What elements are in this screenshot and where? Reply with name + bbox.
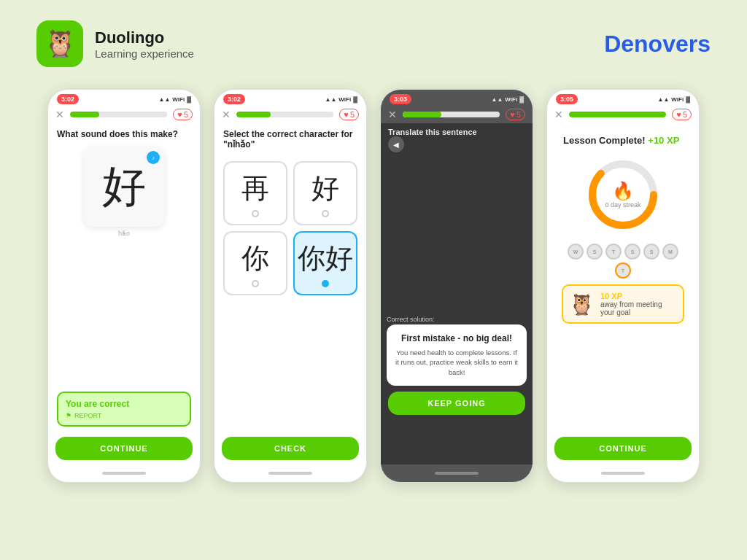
battery-icon: ▓ bbox=[187, 96, 191, 103]
badge-T2: T bbox=[615, 262, 631, 279]
report-row: ⚑ REPORT bbox=[66, 412, 182, 419]
status-icons-4: ▲▲ WiFi ▓ bbox=[658, 96, 691, 103]
phone-1: 3:02 ▲▲ WiFi ▓ ✕ ♥ 5 What sound does thi… bbox=[47, 89, 201, 483]
lesson-complete-text: Lesson Complete! bbox=[563, 135, 648, 146]
heart-icon-2: ♥ bbox=[344, 110, 349, 119]
char-option-1[interactable]: 好 bbox=[293, 161, 357, 225]
phone4-content: Lesson Complete! +10 XP 🔥 0 day streak W bbox=[547, 123, 699, 432]
xp-badges-row: W S T S S M T bbox=[556, 241, 690, 281]
phone2-content: Select the correct character for "nǐhǎo"… bbox=[214, 123, 366, 432]
wifi-icon-2: WiFi bbox=[338, 96, 351, 103]
progress-row-4: ✕ ♥ 5 bbox=[547, 106, 699, 123]
phone1-content: What sound does this make? 好 ♪ hǎo You a… bbox=[48, 123, 200, 432]
xp-gained: +10 XP bbox=[648, 135, 679, 146]
flame-icon: 🔥 bbox=[605, 181, 640, 201]
back-button-3[interactable]: ◀ bbox=[388, 136, 404, 152]
close-button-2[interactable]: ✕ bbox=[222, 109, 231, 120]
streak-count: 0 day streak bbox=[605, 201, 640, 209]
option-dot-1 bbox=[322, 210, 329, 217]
progress-row-2: ✕ ♥ 5 bbox=[214, 106, 366, 123]
brand-name: Denovers bbox=[604, 31, 711, 58]
correct-title: You are correct bbox=[66, 399, 182, 409]
char-option-3[interactable]: 你好 bbox=[293, 231, 357, 295]
badge-S2: S bbox=[624, 244, 640, 260]
heart-count-3: 5 bbox=[516, 110, 521, 119]
badge-W: W bbox=[568, 244, 584, 260]
streak-donut: 🔥 0 day streak bbox=[583, 155, 663, 235]
correct-banner: You are correct ⚑ REPORT bbox=[57, 392, 191, 427]
report-label: REPORT bbox=[74, 412, 101, 419]
mistake-popup: First mistake - no big deal! You need he… bbox=[387, 324, 527, 386]
goal-info: 10 XP away from meeting your goal bbox=[600, 292, 677, 316]
progress-track-4 bbox=[569, 112, 666, 117]
phone1-pinyin: hǎo bbox=[57, 230, 191, 237]
char-3: 你好 bbox=[298, 240, 353, 277]
keep-going-button[interactable]: KEEP GOING bbox=[388, 392, 525, 415]
continue-button-1[interactable]: CONTINUE bbox=[55, 437, 193, 460]
correct-solution-label: Correct solution: bbox=[381, 311, 533, 324]
char-0: 再 bbox=[241, 170, 269, 207]
phone1-question: What sound does this make? bbox=[57, 129, 191, 139]
badge-T: T bbox=[605, 244, 622, 260]
progress-row-3: ✕ ♥ 5 bbox=[381, 106, 533, 123]
battery-icon-2: ▓ bbox=[353, 96, 357, 103]
char-option-0[interactable]: 再 bbox=[223, 161, 287, 225]
check-button[interactable]: CHECK bbox=[222, 437, 359, 460]
lesson-complete-title: Lesson Complete! +10 XP bbox=[556, 129, 690, 149]
signal-icon-2: ▲▲ bbox=[325, 96, 337, 103]
status-icons-1: ▲▲ WiFi ▓ bbox=[159, 96, 192, 103]
progress-fill-3 bbox=[403, 112, 441, 117]
heart-badge-3: ♥ 5 bbox=[506, 109, 525, 120]
status-bar-2: 3:02 ▲▲ WiFi ▓ bbox=[214, 90, 366, 106]
status-bar-3: 3:03 ▲▲ WiFi ▓ bbox=[381, 90, 533, 106]
home-indicator-4 bbox=[601, 472, 645, 475]
progress-track-2 bbox=[236, 112, 333, 117]
progress-fill-4 bbox=[569, 112, 666, 117]
char-2: 你 bbox=[241, 240, 269, 277]
header-left: 🦉 Duolingo Learning experience bbox=[36, 20, 194, 67]
battery-icon-3: ▓ bbox=[519, 96, 524, 103]
phone-3: 3:03 ▲▲ WiFi ▓ ✕ ♥ 5 Translate this sent… bbox=[380, 89, 533, 483]
status-time-3: 3:03 bbox=[390, 94, 411, 104]
home-indicator-1 bbox=[102, 472, 146, 475]
phone3-bottom bbox=[381, 464, 533, 482]
heart-icon-4: ♥ bbox=[676, 110, 681, 119]
heart-badge-4: ♥ 5 bbox=[672, 109, 692, 120]
status-icons-3: ▲▲ WiFi ▓ bbox=[492, 96, 525, 103]
goal-text: away from meeting your goal bbox=[600, 300, 677, 316]
progress-track-1 bbox=[70, 112, 167, 117]
char-option-2[interactable]: 你 bbox=[223, 231, 287, 295]
option-dot-2 bbox=[252, 280, 259, 287]
close-button-1[interactable]: ✕ bbox=[55, 109, 64, 120]
dark-overlay: Correct solution: First mistake - no big… bbox=[381, 123, 533, 464]
status-bar-4: 3:05 ▲▲ WiFi ▓ bbox=[547, 90, 699, 106]
close-button-4[interactable]: ✕ bbox=[554, 109, 563, 120]
badge-M: M bbox=[662, 244, 678, 260]
wifi-icon-3: WiFi bbox=[505, 96, 517, 103]
phone2-question: Select the correct character for "nǐhǎo" bbox=[223, 129, 357, 149]
heart-badge-2: ♥ 5 bbox=[339, 109, 359, 120]
flag-icon: ⚑ bbox=[66, 412, 71, 419]
progress-row-1: ✕ ♥ 5 bbox=[48, 106, 200, 123]
home-indicator-2 bbox=[268, 472, 312, 475]
heart-count-1: 5 bbox=[184, 110, 188, 119]
progress-track-3 bbox=[403, 112, 500, 117]
option-dot-3 bbox=[322, 280, 329, 287]
app-logo: 🦉 bbox=[36, 20, 83, 67]
mistake-text: You need health to complete lessons. If … bbox=[395, 348, 518, 377]
phones-container: 3:02 ▲▲ WiFi ▓ ✕ ♥ 5 What sound does thi… bbox=[0, 74, 747, 497]
progress-fill-1 bbox=[70, 112, 99, 117]
char-1: 好 bbox=[311, 170, 339, 207]
badge-S3: S bbox=[643, 244, 659, 260]
close-button-3[interactable]: ✕ bbox=[388, 109, 397, 120]
signal-icon-3: ▲▲ bbox=[492, 96, 503, 103]
audio-badge-1[interactable]: ♪ bbox=[147, 151, 160, 164]
status-time-4: 3:05 bbox=[556, 94, 578, 104]
wifi-icon-4: WiFi bbox=[671, 96, 684, 103]
heart-count-4: 5 bbox=[683, 110, 687, 119]
phone-4: 3:05 ▲▲ WiFi ▓ ✕ ♥ 5 Lesson Complete! +1… bbox=[546, 89, 700, 483]
phone3-content-top: Translate this sentence ◀ bbox=[381, 123, 533, 160]
continue-button-4[interactable]: CONTINUE bbox=[554, 437, 692, 460]
option-dot-0 bbox=[252, 210, 259, 217]
badge-S: S bbox=[587, 244, 603, 260]
